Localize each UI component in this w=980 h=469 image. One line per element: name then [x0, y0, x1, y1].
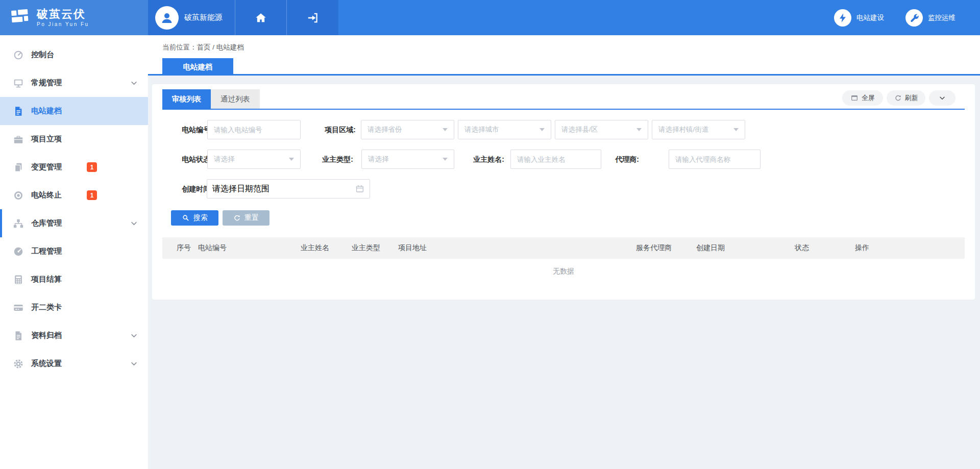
sidebar-item-label: 变更管理 — [31, 162, 62, 172]
sidebar-item-系统设置[interactable]: 系统设置 — [0, 350, 148, 378]
caret-down-icon — [540, 128, 545, 131]
region-label: 项目区域: — [305, 120, 356, 139]
sidebar-item-电站建档[interactable]: 电站建档 — [0, 97, 148, 125]
sidebar-item-label: 系统设置 — [31, 359, 62, 368]
gauge-icon — [13, 50, 24, 61]
sidebar-item-常规管理[interactable]: 常规管理 — [0, 69, 148, 97]
sidebar-item-电站终止[interactable]: 电站终止1 — [0, 181, 148, 209]
column-header-序号: 序号 — [162, 243, 198, 253]
brand-mark-icon — [9, 7, 31, 29]
district-select[interactable]: 请选择县/区 — [555, 120, 648, 139]
lightning-icon — [834, 9, 851, 27]
select-placeholder: 请选择县/区 — [561, 125, 598, 134]
sidebar-item-label: 工程管理 — [31, 246, 62, 256]
station-no-label: 电站编号: — [162, 120, 213, 139]
sidebar-item-变更管理[interactable]: 变更管理1 — [0, 153, 148, 181]
monitor-icon — [13, 78, 24, 89]
province-select[interactable]: 请选择省份 — [361, 120, 454, 139]
sidebar-item-项目立项[interactable]: 项目立项 — [0, 125, 148, 153]
agent-label: 代理商: — [589, 150, 639, 169]
sidebar-item-label: 开二类卡 — [31, 303, 62, 312]
sidebar-item-控制台[interactable]: 控制台 — [0, 41, 148, 69]
home-button[interactable] — [235, 0, 286, 35]
tab-review-list[interactable]: 审核列表 — [162, 89, 211, 109]
agent-input[interactable] — [669, 150, 761, 169]
sidebar-item-label: 项目立项 — [31, 134, 62, 144]
document-icon — [13, 106, 24, 117]
column-header-电站编号: 电站编号 — [198, 243, 301, 253]
sidebar-item-label: 常规管理 — [31, 78, 62, 88]
content-panel: 审核列表 通过列表 全屏 刷新 — [152, 84, 975, 300]
notification-badge: 1 — [87, 190, 97, 200]
tab-passed-list[interactable]: 通过列表 — [211, 89, 260, 109]
file-icon — [13, 330, 24, 341]
breadcrumb-path[interactable]: 首页 / 电站建档 — [197, 43, 244, 51]
column-header-操作: 操作 — [855, 243, 937, 253]
header-mode-nav: 电站建设 监控运维 — [834, 0, 955, 35]
sidebar-item-label: 资料归档 — [31, 331, 62, 340]
reset-icon — [233, 214, 241, 222]
refresh-icon — [894, 94, 902, 102]
column-header-服务代理商: 服务代理商 — [636, 243, 696, 253]
collapse-toolbar-button[interactable] — [929, 90, 955, 106]
sidebar-item-项目结算[interactable]: 项目结算 — [0, 265, 148, 293]
card-icon — [13, 302, 24, 313]
sidebar-item-工程管理[interactable]: 工程管理 — [0, 237, 148, 265]
nav-station-construction[interactable]: 电站建设 — [834, 9, 884, 27]
brand-logo[interactable]: 破茧云伏 Po Jian Yun Fu — [0, 0, 148, 35]
briefcase-icon — [13, 134, 24, 145]
created-time-label: 创建时间: — [162, 179, 213, 199]
search-button[interactable]: 搜索 — [171, 210, 218, 226]
calculator-icon — [13, 274, 24, 285]
sidebar-item-label: 项目结算 — [31, 275, 62, 284]
breadcrumb-prefix: 当前位置： — [162, 43, 197, 51]
user-menu[interactable]: 破茧新能源 — [148, 0, 235, 35]
page-tab-station-filing[interactable]: 电站建档 — [162, 58, 233, 76]
column-header-状态: 状态 — [795, 243, 855, 253]
brand-subtitle: Po Jian Yun Fu — [37, 21, 89, 27]
caret-down-icon — [733, 128, 739, 131]
owner-name-label: 业主姓名: — [454, 150, 504, 169]
date-range-picker[interactable]: 请选择日期范围 — [207, 179, 370, 199]
station-no-input[interactable] — [207, 120, 301, 139]
sidebar-item-仓库管理[interactable]: 仓库管理 — [0, 209, 148, 237]
caret-down-icon — [636, 128, 642, 131]
city-select[interactable]: 请选择城市 — [458, 120, 551, 139]
table-empty-state: 无数据 — [162, 267, 965, 276]
calendar-icon — [355, 184, 364, 193]
reset-button[interactable]: 重置 — [223, 210, 270, 226]
disc-icon — [13, 190, 24, 201]
sidebar-item-label: 控制台 — [31, 50, 54, 60]
caret-down-icon — [289, 158, 294, 161]
refresh-button[interactable]: 刷新 — [887, 90, 925, 106]
notification-badge: 1 — [87, 162, 97, 172]
sidebar-item-资料归档[interactable]: 资料归档 — [0, 322, 148, 350]
brand-name: 破茧云伏 — [37, 8, 89, 20]
select-placeholder: 请选择省份 — [368, 125, 402, 134]
station-status-select[interactable]: 请选择 — [207, 150, 301, 169]
select-placeholder: 请选择村镇/街道 — [658, 125, 708, 134]
sidebar-menu: 控制台常规管理电站建档项目立项变更管理1电站终止1仓库管理工程管理项目结算开二类… — [0, 41, 148, 378]
top-bar: 破茧云伏 Po Jian Yun Fu 破茧新能源 — [0, 0, 980, 35]
caret-down-icon — [443, 128, 448, 131]
nav-monitoring-ops[interactable]: 监控运维 — [905, 9, 955, 27]
owner-type-label: 业主类型: — [303, 150, 353, 169]
column-header-项目地址: 项目地址 — [398, 243, 636, 253]
fullscreen-button[interactable]: 全屏 — [842, 90, 883, 106]
sidebar-item-label: 电站终止 — [31, 190, 62, 200]
avatar — [155, 6, 179, 30]
sitemap-icon — [13, 218, 24, 229]
town-select[interactable]: 请选择村镇/街道 — [652, 120, 745, 139]
search-icon — [182, 214, 190, 222]
breadcrumb: 当前位置：首页 / 电站建档 — [162, 43, 244, 52]
gear-icon — [13, 358, 24, 369]
caret-down-icon — [443, 158, 448, 161]
logout-button[interactable] — [286, 0, 338, 35]
owner-name-input[interactable] — [510, 150, 601, 169]
owner-type-select[interactable]: 请选择 — [361, 150, 454, 169]
page-header-bar: 当前位置：首页 / 电站建档 电站建档 — [148, 35, 980, 76]
chevron-down-icon — [129, 330, 139, 341]
sidebar-item-开二类卡[interactable]: 开二类卡 — [0, 293, 148, 322]
column-header-创建日期: 创建日期 — [696, 243, 795, 253]
chevron-down-icon — [129, 358, 139, 369]
